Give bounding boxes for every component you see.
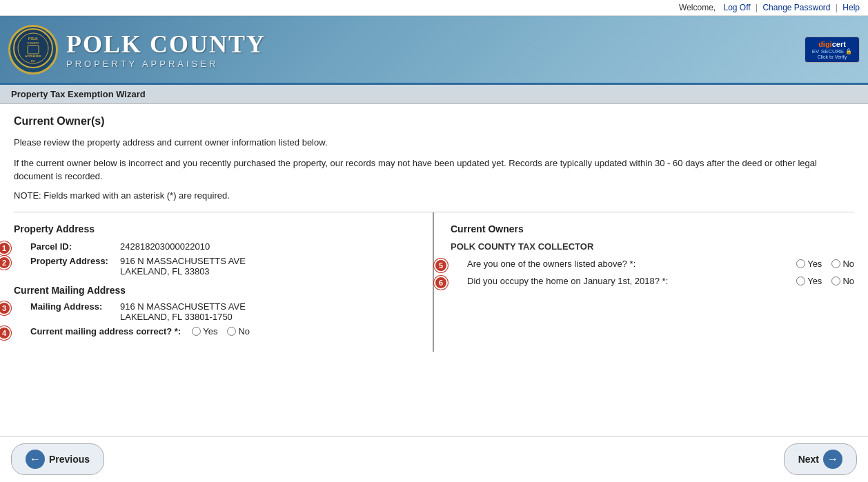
question-1-radio[interactable]: Yes No (796, 259, 854, 269)
top-nav: Welcome, Log Off | Change Password | Hel… (0, 0, 868, 16)
left-column: Property Address 1 Parcel ID: 2428182030… (14, 212, 434, 352)
step-badge-5: 5 (434, 259, 448, 272)
mailing-correct-row: 4 Current mailing address correct? *: Ye… (14, 326, 422, 337)
q1-no-label[interactable]: No (831, 259, 854, 269)
q2-yes-radio[interactable] (796, 277, 805, 285)
mailing-correct-label: Current mailing address correct? *: (30, 326, 181, 337)
digicert-ev-label: EV SECURE 🔒 (811, 48, 854, 54)
intro-text-2: If the current owner below is incorrect … (14, 157, 854, 183)
step-badge-3: 3 (0, 301, 11, 315)
question-1-row: 5 Are you one of the owners listed above… (451, 259, 854, 269)
q1-yes-label[interactable]: Yes (796, 259, 822, 269)
question-2-text: Did you occupy the home on January 1st, … (467, 276, 788, 286)
mailing-no-label[interactable]: No (227, 326, 250, 337)
question-2-row: 6 Did you occupy the home on January 1st… (451, 276, 854, 286)
step-badge-4: 4 (0, 326, 11, 340)
question-2-radio[interactable]: Yes No (796, 276, 854, 286)
owner-name: POLK COUNTY TAX COLLECTOR (451, 241, 854, 252)
welcome-text: Welcome, (679, 3, 716, 12)
page-title-bar: Property Tax Exemption Wizard (0, 85, 868, 104)
current-owners-title: Current Owners (451, 223, 854, 234)
q1-no-text: No (842, 259, 854, 269)
parcel-id-row: 1 Parcel ID: 242818203000022010 (14, 241, 422, 252)
parcel-id-value: 242818203000022010 (120, 241, 210, 252)
org-name: POLK COUNTY (66, 30, 266, 59)
mailing-yes-text: Yes (203, 326, 217, 337)
header-title: POLK COUNTY PROPERTY APPRAISER (66, 30, 266, 69)
note-text: NOTE: Fields marked with an asterisk (*)… (14, 190, 854, 201)
digicert-badge[interactable]: digicert EV SECURE 🔒 Click to Verify (805, 37, 860, 63)
main-content: Current Owner(s) Please review the prope… (0, 104, 868, 449)
footer: ← Previous Next → (0, 436, 868, 449)
svg-text:COUNTY: COUNTY (28, 41, 39, 45)
next-button[interactable]: Next → (784, 443, 857, 449)
q2-yes-text: Yes (807, 276, 822, 286)
org-subtitle: PROPERTY APPRAISER (66, 59, 266, 69)
digicert-title: digicert (811, 40, 854, 48)
header-right: digicert EV SECURE 🔒 Click to Verify (805, 37, 860, 63)
property-address-row: 2 Property Address: 916 N MASSACHUSETTS … (14, 256, 422, 277)
q2-no-text: No (842, 276, 854, 286)
mailing-address-row: 3 Mailing Address: 916 N MASSACHUSETTS A… (14, 301, 422, 322)
mailing-address-value: 916 N MASSACHUSETTS AVE LAKELAND, FL 338… (120, 301, 246, 322)
two-column-layout: Property Address 1 Parcel ID: 2428182030… (14, 212, 854, 352)
mailing-no-text: No (238, 326, 250, 337)
section-title: Current Owner(s) (14, 115, 854, 128)
mailing-yes-label[interactable]: Yes (192, 326, 217, 337)
svg-text:POLK: POLK (28, 37, 38, 41)
mailing-line2: LAKELAND, FL 33801-1750 (120, 312, 246, 322)
q2-no-radio[interactable] (831, 277, 840, 285)
q1-yes-text: Yes (807, 259, 822, 269)
change-password-link[interactable]: Change Password (762, 3, 830, 12)
step-badge-6: 6 (434, 276, 448, 290)
page-title: Property Tax Exemption Wizard (11, 89, 146, 99)
page-header: POLK COUNTY APPRAISER EST. POLK COUNTY P… (0, 16, 868, 85)
property-address-line2: LAKELAND, FL 33803 (120, 266, 246, 277)
header-left: POLK COUNTY APPRAISER EST. POLK COUNTY P… (8, 25, 266, 74)
question-1-text: Are you one of the owners listed above? … (467, 259, 788, 269)
mailing-yes-radio[interactable] (192, 327, 201, 336)
logoff-link[interactable]: Log Off (724, 3, 751, 12)
q1-yes-radio[interactable] (796, 259, 805, 268)
q2-yes-label[interactable]: Yes (796, 276, 822, 286)
help-link[interactable]: Help (842, 3, 860, 12)
right-column: Current Owners POLK COUNTY TAX COLLECTOR… (434, 212, 854, 352)
previous-button[interactable]: ← Previous (11, 443, 104, 449)
property-address-line1: 916 N MASSACHUSETTS AVE (120, 256, 246, 266)
q1-no-radio[interactable] (831, 259, 840, 268)
property-address-label: Property Address: (30, 256, 120, 266)
mailing-line1: 916 N MASSACHUSETTS AVE (120, 301, 246, 312)
mailing-label: Mailing Address: (30, 301, 120, 312)
svg-text:APPRAISER: APPRAISER (25, 54, 41, 58)
svg-text:EST.: EST. (31, 60, 36, 63)
property-address-value: 916 N MASSACHUSETTS AVE LAKELAND, FL 338… (120, 256, 246, 277)
q2-no-label[interactable]: No (831, 276, 854, 286)
mailing-address-title: Current Mailing Address (14, 285, 422, 296)
step-badge-1: 1 (0, 241, 11, 255)
parcel-id-label: Parcel ID: (30, 241, 120, 252)
mailing-no-radio[interactable] (227, 327, 236, 336)
org-logo: POLK COUNTY APPRAISER EST. (8, 25, 58, 74)
step-badge-2: 2 (0, 256, 11, 270)
mailing-correct-radio[interactable]: Yes No (192, 326, 250, 337)
property-address-title: Property Address (14, 223, 422, 234)
digicert-verify-label: Click to Verify (811, 54, 854, 59)
intro-text-1: Please review the property address and c… (14, 136, 854, 150)
